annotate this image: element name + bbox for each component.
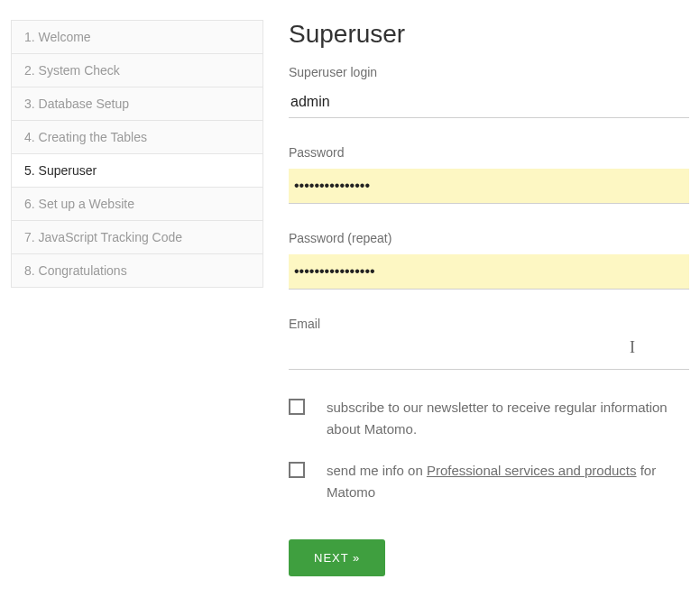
password-repeat-input[interactable] bbox=[289, 254, 689, 290]
sidebar-item-database-setup[interactable]: 3. Database Setup bbox=[12, 87, 262, 121]
page-title: Superuser bbox=[289, 20, 689, 49]
sidebar-item-congratulations[interactable]: 8. Congratulations bbox=[12, 254, 262, 287]
professional-checkbox-label: send me info on Professional services an… bbox=[327, 460, 689, 503]
sidebar-item-creating-tables[interactable]: 4. Creating the Tables bbox=[12, 121, 262, 154]
sidebar-item-welcome[interactable]: 1. Welcome bbox=[12, 21, 262, 54]
email-field-block: Email I bbox=[289, 317, 689, 370]
sidebar-item-setup-website[interactable]: 6. Set up a Website bbox=[12, 188, 262, 221]
text-cursor-icon: I bbox=[630, 338, 635, 357]
sidebar-item-label: 2. System Check bbox=[24, 63, 120, 78]
sidebar-item-label: 5. Superuser bbox=[24, 163, 97, 178]
login-label: Superuser login bbox=[289, 65, 689, 79]
main-content: Superuser Superuser login Password Passw… bbox=[289, 20, 689, 576]
pro-text-prefix: send me info on bbox=[327, 463, 427, 478]
sidebar-item-js-tracking[interactable]: 7. JavaScript Tracking Code bbox=[12, 221, 262, 254]
password-field-block: Password bbox=[289, 145, 689, 204]
next-button[interactable]: NEXT » bbox=[289, 539, 385, 576]
sidebar-item-label: 8. Congratulations bbox=[24, 263, 127, 278]
password-repeat-label: Password (repeat) bbox=[289, 231, 689, 245]
sidebar-item-superuser[interactable]: 5. Superuser bbox=[12, 154, 262, 188]
sidebar-item-label: 6. Set up a Website bbox=[24, 197, 134, 211]
sidebar-item-label: 1. Welcome bbox=[24, 30, 91, 44]
newsletter-checkbox-row: subscribe to our newsletter to receive r… bbox=[289, 397, 689, 440]
password-input[interactable] bbox=[289, 169, 689, 204]
professional-checkbox-row: send me info on Professional services an… bbox=[289, 460, 689, 503]
password-label: Password bbox=[289, 145, 689, 160]
professional-checkbox[interactable] bbox=[289, 462, 305, 478]
install-steps-sidebar: 1. Welcome 2. System Check 3. Database S… bbox=[11, 20, 263, 288]
sidebar-item-label: 7. JavaScript Tracking Code bbox=[24, 230, 182, 244]
sidebar-item-label: 4. Creating the Tables bbox=[24, 130, 147, 144]
sidebar-item-label: 3. Database Setup bbox=[24, 97, 129, 111]
email-label: Email bbox=[289, 317, 689, 331]
professional-services-link[interactable]: Professional services and products bbox=[427, 463, 637, 478]
password-repeat-field-block: Password (repeat) bbox=[289, 231, 689, 290]
login-field-block: Superuser login bbox=[289, 65, 689, 118]
login-input[interactable] bbox=[289, 88, 689, 118]
sidebar-item-system-check[interactable]: 2. System Check bbox=[12, 54, 262, 87]
newsletter-checkbox[interactable] bbox=[289, 399, 305, 415]
newsletter-checkbox-label: subscribe to our newsletter to receive r… bbox=[327, 397, 689, 440]
